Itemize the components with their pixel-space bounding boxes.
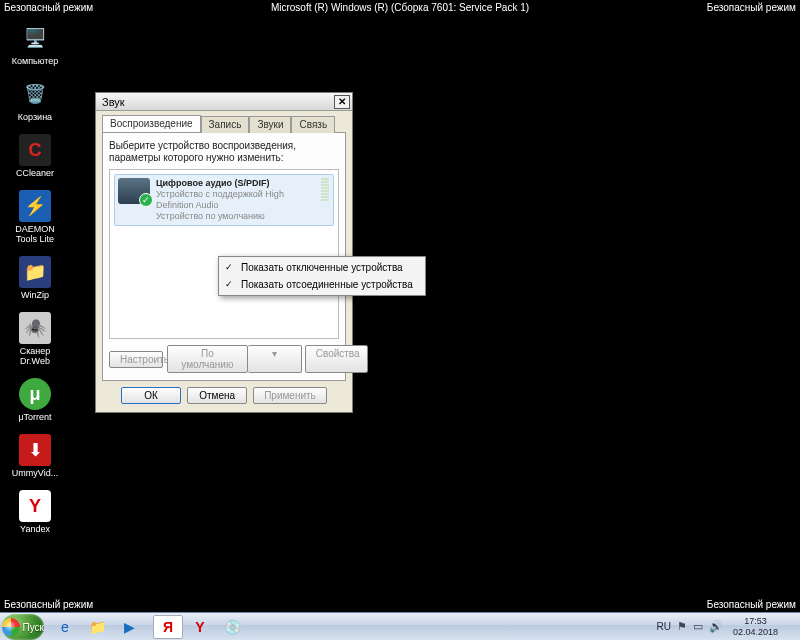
taskbar-explorer-icon[interactable]: 📁 [82, 615, 112, 639]
tray-flag-icon[interactable]: ⚑ [677, 620, 687, 633]
configure-button: Настроить [109, 351, 163, 368]
taskbar: Пуск e 📁 ▶ Я Y 💿 RU ⚑ ▭ 🔊 17:53 02.04.20… [0, 612, 800, 640]
safe-mode-label: Безопасный режим [707, 2, 796, 13]
device-name: Цифровое аудио (S/PDIF) [156, 178, 314, 189]
quick-launch: e 📁 ▶ Я Y 💿 [46, 613, 251, 640]
desktop-icon-ummy[interactable]: ⬇UmmyVid... [5, 434, 65, 478]
menu-show-disabled[interactable]: Показать отключенные устройства [219, 259, 425, 276]
desktop-icon-yandex[interactable]: YYandex [5, 490, 65, 534]
menu-show-disconnected[interactable]: Показать отсоединенные устройства [219, 276, 425, 293]
desktop-icon-daemontools[interactable]: ⚡DAEMON Tools Lite [5, 190, 65, 244]
device-driver: Устройство с поддержкой High Definition … [156, 189, 314, 211]
system-tray: RU ⚑ ▭ 🔊 17:53 02.04.2018 [653, 613, 801, 640]
taskbar-disc-icon[interactable]: 💿 [217, 615, 247, 639]
start-button[interactable]: Пуск [2, 614, 44, 640]
context-menu: Показать отключенные устройства Показать… [218, 256, 426, 296]
build-label: Microsoft (R) Windows (R) (Сборка 7601: … [271, 2, 529, 13]
cancel-button[interactable]: Отмена [187, 387, 247, 404]
instruction-text: Выберите устройство воспроизведения, пар… [109, 140, 339, 164]
titlebar[interactable]: Звук ✕ [96, 93, 352, 111]
start-label: Пуск [23, 622, 44, 633]
windows-orb-icon [2, 618, 20, 636]
set-default-dropdown: ▾ [248, 345, 302, 373]
set-default-button: По умолчанию [167, 345, 248, 373]
desktop-icon-winzip[interactable]: 📁WinZip [5, 256, 65, 300]
language-indicator[interactable]: RU [657, 621, 671, 632]
tab-communications[interactable]: Связь [291, 116, 335, 133]
close-button[interactable]: ✕ [334, 95, 350, 109]
sound-dialog: Звук ✕ Воспроизведение Запись Звуки Связ… [95, 92, 353, 413]
device-icon [118, 178, 150, 204]
tab-strip: Воспроизведение Запись Звуки Связь [96, 111, 352, 132]
clock-time: 17:53 [733, 616, 778, 627]
clock[interactable]: 17:53 02.04.2018 [729, 616, 782, 638]
desktop-icon-recyclebin[interactable]: 🗑️Корзина [5, 78, 65, 122]
taskbar-yandex-icon[interactable]: Я [153, 615, 183, 639]
taskbar-yandex-browser-icon[interactable]: Y [185, 615, 215, 639]
level-meter [320, 178, 330, 201]
device-list[interactable]: Цифровое аудио (S/PDIF) Устройство с под… [109, 169, 339, 339]
safe-mode-label: Безопасный режим [707, 599, 796, 610]
desktop: 🖥️Компьютер 🗑️Корзина CCCleaner ⚡DAEMON … [0, 20, 70, 612]
taskbar-wmp-icon[interactable]: ▶ [114, 615, 144, 639]
properties-button: Свойства [305, 345, 368, 373]
tray-action-center-icon[interactable]: ▭ [693, 620, 703, 633]
tab-playback[interactable]: Воспроизведение [102, 115, 201, 132]
desktop-icon-computer[interactable]: 🖥️Компьютер [5, 22, 65, 66]
safe-mode-label: Безопасный режим [4, 2, 93, 13]
desktop-icon-utorrent[interactable]: μμTorrent [5, 378, 65, 422]
apply-button: Применить [253, 387, 327, 404]
tray-volume-icon[interactable]: 🔊 [709, 620, 723, 633]
taskbar-ie-icon[interactable]: e [50, 615, 80, 639]
window-title: Звук [102, 96, 125, 108]
desktop-icon-drweb[interactable]: 🕷️Сканер Dr.Web [5, 312, 65, 366]
desktop-icon-ccleaner[interactable]: CCCleaner [5, 134, 65, 178]
clock-date: 02.04.2018 [733, 627, 778, 638]
device-item-spdif[interactable]: Цифровое аудио (S/PDIF) Устройство с под… [114, 174, 334, 226]
tab-sounds[interactable]: Звуки [249, 116, 291, 133]
tab-recording[interactable]: Запись [201, 116, 250, 133]
ok-button[interactable]: ОК [121, 387, 181, 404]
device-status: Устройство по умолчанию [156, 211, 314, 222]
